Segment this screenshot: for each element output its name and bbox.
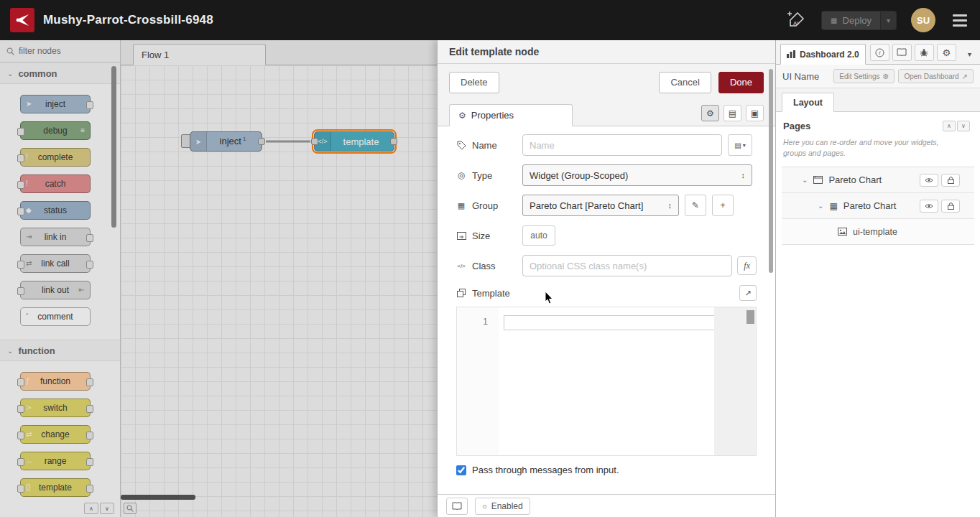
edit-group-button[interactable]: ✎ — [685, 195, 706, 216]
tree-row-group[interactable]: ⌄ ▦ Pareto Chart — [782, 193, 974, 219]
add-group-button[interactable]: + — [712, 195, 734, 216]
avatar[interactable]: SU — [911, 8, 935, 32]
open-dashboard-button[interactable]: Open Dashboard ↗ — [898, 69, 974, 83]
node-help-button[interactable] — [446, 498, 468, 515]
palette-node-switch[interactable]: ≻ switch — [20, 399, 91, 417]
config-gear-button[interactable]: ⚙ — [937, 44, 956, 61]
tree-item-label: ui-template — [853, 227, 897, 237]
type-select[interactable]: Widget (Group-Scoped) ↕ — [522, 164, 752, 186]
deploy-button[interactable]: ▦ Deploy ▾ — [821, 11, 897, 30]
tree-row-page[interactable]: ⌄ Pareto Chart — [782, 167, 974, 193]
lock-icon — [948, 177, 954, 184]
template-code-editor[interactable]: 1 — [456, 307, 757, 456]
ai-assistant-icon[interactable]: AI — [785, 9, 807, 31]
editor-active-line[interactable] — [504, 315, 718, 330]
palette-node-status[interactable]: ◆ status — [20, 201, 91, 220]
node-description-button[interactable]: ▤ — [724, 105, 741, 121]
passthrough-checkbox[interactable] — [456, 465, 466, 475]
palette-section-common[interactable]: ⌄ common — [0, 62, 120, 84]
tree-row-widget[interactable]: ui-template — [782, 219, 974, 245]
deploy-label: Deploy — [843, 15, 872, 26]
palette-node-template[interactable]: {} template — [20, 478, 91, 497]
flow-node-label: template — [331, 136, 394, 147]
palette-filter-input[interactable] — [19, 46, 98, 56]
tray-title: Edit template node — [438, 40, 775, 64]
info-button[interactable]: i — [870, 44, 889, 61]
gear-icon: ⚙ — [942, 47, 951, 58]
debug-button[interactable] — [915, 44, 934, 61]
palette-node-link-in[interactable]: ⇥ link in — [20, 228, 91, 246]
expression-fx-button[interactable]: fx — [737, 256, 757, 275]
palette-section-function[interactable]: ⌄ function — [0, 340, 120, 361]
palette-node-change[interactable]: ⇄ change — [20, 425, 91, 444]
palette-node-label: catch — [45, 179, 66, 189]
palette-node-complete[interactable]: ! complete — [20, 148, 91, 167]
expand-editor-button[interactable]: ↗ — [739, 285, 757, 301]
lock-button[interactable] — [941, 174, 960, 187]
palette-scrollbar[interactable] — [111, 66, 116, 228]
node-properties-button[interactable]: ⚙ — [701, 105, 719, 121]
tab-flow-1[interactable]: Flow 1 — [133, 44, 266, 65]
flow-node-inject[interactable]: ➤ inject1 — [190, 131, 262, 152]
palette-node-catch[interactable]: ! catch — [20, 174, 91, 193]
palette-node-link-out[interactable]: ⇤ link out — [20, 281, 91, 299]
palette-collapse-down-button[interactable]: ∨ — [100, 503, 114, 514]
code-icon: </> — [456, 263, 466, 269]
palette-collapse-up-button[interactable]: ∧ — [84, 503, 98, 514]
palette-node-link-call[interactable]: ⇄ link call — [20, 254, 91, 273]
output-port[interactable] — [390, 138, 397, 145]
input-port[interactable] — [311, 138, 318, 145]
delete-button[interactable]: Delete — [449, 72, 499, 93]
group-select[interactable]: Pareto Chart [Pareto Chart] ↕ — [522, 195, 679, 216]
label-options-button[interactable]: ▤ ▾ — [728, 134, 752, 156]
edit-settings-button[interactable]: Edit Settings ⚙ — [833, 69, 895, 83]
lock-button[interactable] — [941, 200, 960, 213]
palette-node-inject[interactable]: ➤ inject — [20, 95, 91, 113]
gear-icon: ⚙ — [458, 111, 466, 121]
external-link-icon: ↗ — [962, 73, 968, 80]
canvas-search-button[interactable] — [124, 503, 137, 514]
canvas-horizontal-scrollbar[interactable] — [121, 495, 195, 500]
node-enabled-toggle[interactable]: ○ Enabled — [475, 498, 530, 515]
done-button[interactable]: Done — [718, 72, 764, 93]
plus-icon: + — [720, 200, 725, 210]
expand-all-button[interactable]: ∨ — [957, 121, 970, 131]
chevron-down-icon: ∨ — [961, 123, 966, 129]
visibility-button[interactable] — [920, 174, 938, 187]
group-field-label: Group — [472, 200, 498, 211]
name-input[interactable] — [522, 134, 722, 156]
range-arrows-icon: ↔ — [26, 457, 33, 465]
class-input[interactable] — [522, 255, 732, 276]
editor-scrollbar-thumb[interactable] — [746, 310, 754, 324]
eye-icon — [925, 177, 933, 183]
node-appearance-button[interactable]: ▣ — [746, 105, 764, 121]
cancel-button[interactable]: Cancel — [659, 72, 711, 93]
tab-layout[interactable]: Layout — [782, 93, 834, 112]
help-book-button[interactable] — [892, 44, 912, 61]
output-port[interactable] — [258, 138, 265, 145]
flow-node-template-selected[interactable]: </> template — [314, 131, 394, 152]
tab-properties[interactable]: ⚙ Properties — [449, 104, 573, 126]
template-braces-icon: {} — [26, 484, 31, 491]
palette-search[interactable] — [0, 40, 120, 62]
palette-node-comment[interactable]: “ comment — [20, 307, 91, 326]
tray-scrollbar[interactable] — [769, 69, 773, 273]
page-icon — [813, 176, 823, 184]
visibility-button[interactable] — [920, 200, 938, 213]
appearance-frame-icon: ▣ — [751, 108, 759, 118]
ui-name-label: UI Name — [782, 71, 819, 82]
select-caret-icon: ↕ — [668, 201, 672, 210]
palette-node-function[interactable]: ƒ function — [20, 372, 91, 391]
sidebar-options-caret[interactable]: ▾ — [963, 50, 976, 58]
line-number: 1 — [483, 317, 488, 327]
collapse-all-button[interactable]: ∧ — [943, 121, 956, 131]
palette-node-debug[interactable]: ≡ debug — [20, 121, 91, 140]
size-auto-button[interactable]: auto — [522, 225, 555, 246]
svg-text:i: i — [879, 50, 880, 56]
size-field-label: Size — [472, 230, 490, 241]
palette-node-range[interactable]: ↔ range — [20, 452, 91, 470]
main-menu-button[interactable] — [950, 11, 970, 29]
bar-chart-icon — [787, 50, 795, 58]
tab-dashboard-2[interactable]: Dashboard 2.0 — [780, 44, 866, 65]
deploy-options-caret[interactable]: ▾ — [880, 11, 896, 29]
